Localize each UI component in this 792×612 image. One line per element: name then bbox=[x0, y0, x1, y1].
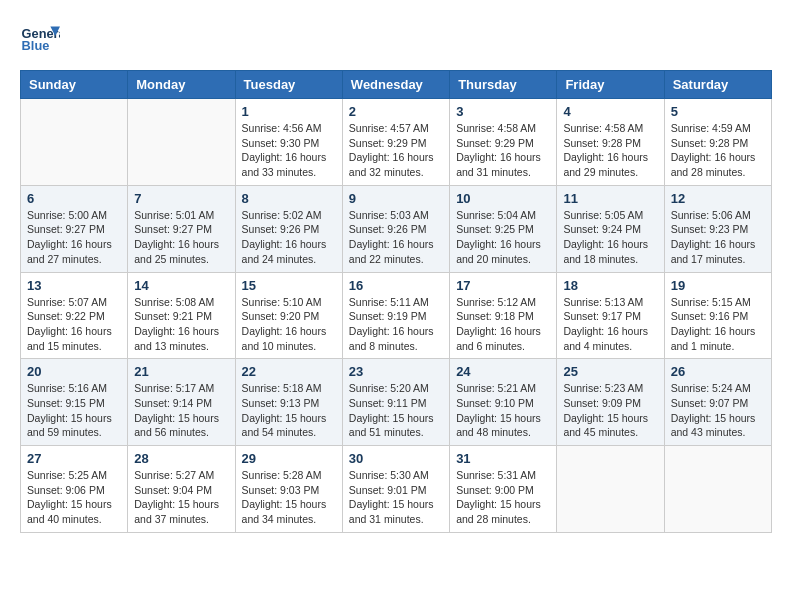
day-info: Sunrise: 4:56 AM Sunset: 9:30 PM Dayligh… bbox=[242, 121, 336, 180]
day-info: Sunrise: 4:58 AM Sunset: 9:28 PM Dayligh… bbox=[563, 121, 657, 180]
day-number: 22 bbox=[242, 364, 336, 379]
weekday-header-sunday: Sunday bbox=[21, 71, 128, 99]
day-info: Sunrise: 5:16 AM Sunset: 9:15 PM Dayligh… bbox=[27, 381, 121, 440]
calendar-day-cell: 29Sunrise: 5:28 AM Sunset: 9:03 PM Dayli… bbox=[235, 446, 342, 533]
day-number: 21 bbox=[134, 364, 228, 379]
weekday-header-monday: Monday bbox=[128, 71, 235, 99]
calendar-day-cell: 17Sunrise: 5:12 AM Sunset: 9:18 PM Dayli… bbox=[450, 272, 557, 359]
calendar-day-cell: 1Sunrise: 4:56 AM Sunset: 9:30 PM Daylig… bbox=[235, 99, 342, 186]
day-info: Sunrise: 5:27 AM Sunset: 9:04 PM Dayligh… bbox=[134, 468, 228, 527]
calendar-day-cell: 15Sunrise: 5:10 AM Sunset: 9:20 PM Dayli… bbox=[235, 272, 342, 359]
weekday-header-saturday: Saturday bbox=[664, 71, 771, 99]
calendar-day-cell: 31Sunrise: 5:31 AM Sunset: 9:00 PM Dayli… bbox=[450, 446, 557, 533]
calendar-day-cell: 22Sunrise: 5:18 AM Sunset: 9:13 PM Dayli… bbox=[235, 359, 342, 446]
calendar-day-cell: 18Sunrise: 5:13 AM Sunset: 9:17 PM Dayli… bbox=[557, 272, 664, 359]
day-number: 27 bbox=[27, 451, 121, 466]
day-number: 31 bbox=[456, 451, 550, 466]
day-info: Sunrise: 5:21 AM Sunset: 9:10 PM Dayligh… bbox=[456, 381, 550, 440]
calendar-day-cell: 23Sunrise: 5:20 AM Sunset: 9:11 PM Dayli… bbox=[342, 359, 449, 446]
svg-text:Blue: Blue bbox=[22, 38, 50, 53]
day-number: 26 bbox=[671, 364, 765, 379]
day-number: 29 bbox=[242, 451, 336, 466]
page-header: General Blue bbox=[20, 20, 772, 60]
calendar-day-cell: 10Sunrise: 5:04 AM Sunset: 9:25 PM Dayli… bbox=[450, 185, 557, 272]
calendar-day-cell bbox=[664, 446, 771, 533]
day-number: 25 bbox=[563, 364, 657, 379]
calendar-day-cell: 14Sunrise: 5:08 AM Sunset: 9:21 PM Dayli… bbox=[128, 272, 235, 359]
day-info: Sunrise: 4:58 AM Sunset: 9:29 PM Dayligh… bbox=[456, 121, 550, 180]
day-info: Sunrise: 5:13 AM Sunset: 9:17 PM Dayligh… bbox=[563, 295, 657, 354]
day-number: 17 bbox=[456, 278, 550, 293]
day-info: Sunrise: 5:17 AM Sunset: 9:14 PM Dayligh… bbox=[134, 381, 228, 440]
day-number: 2 bbox=[349, 104, 443, 119]
weekday-header-row: SundayMondayTuesdayWednesdayThursdayFrid… bbox=[21, 71, 772, 99]
day-info: Sunrise: 5:10 AM Sunset: 9:20 PM Dayligh… bbox=[242, 295, 336, 354]
calendar-day-cell: 6Sunrise: 5:00 AM Sunset: 9:27 PM Daylig… bbox=[21, 185, 128, 272]
calendar-table: SundayMondayTuesdayWednesdayThursdayFrid… bbox=[20, 70, 772, 533]
day-number: 16 bbox=[349, 278, 443, 293]
day-number: 10 bbox=[456, 191, 550, 206]
day-number: 3 bbox=[456, 104, 550, 119]
calendar-week-row: 13Sunrise: 5:07 AM Sunset: 9:22 PM Dayli… bbox=[21, 272, 772, 359]
day-info: Sunrise: 5:28 AM Sunset: 9:03 PM Dayligh… bbox=[242, 468, 336, 527]
day-number: 15 bbox=[242, 278, 336, 293]
day-info: Sunrise: 5:00 AM Sunset: 9:27 PM Dayligh… bbox=[27, 208, 121, 267]
day-number: 20 bbox=[27, 364, 121, 379]
calendar-day-cell: 8Sunrise: 5:02 AM Sunset: 9:26 PM Daylig… bbox=[235, 185, 342, 272]
calendar-week-row: 6Sunrise: 5:00 AM Sunset: 9:27 PM Daylig… bbox=[21, 185, 772, 272]
day-number: 5 bbox=[671, 104, 765, 119]
calendar-day-cell: 30Sunrise: 5:30 AM Sunset: 9:01 PM Dayli… bbox=[342, 446, 449, 533]
calendar-day-cell: 5Sunrise: 4:59 AM Sunset: 9:28 PM Daylig… bbox=[664, 99, 771, 186]
day-number: 23 bbox=[349, 364, 443, 379]
calendar-day-cell: 11Sunrise: 5:05 AM Sunset: 9:24 PM Dayli… bbox=[557, 185, 664, 272]
day-info: Sunrise: 5:23 AM Sunset: 9:09 PM Dayligh… bbox=[563, 381, 657, 440]
day-number: 13 bbox=[27, 278, 121, 293]
day-number: 6 bbox=[27, 191, 121, 206]
day-info: Sunrise: 5:03 AM Sunset: 9:26 PM Dayligh… bbox=[349, 208, 443, 267]
calendar-day-cell: 19Sunrise: 5:15 AM Sunset: 9:16 PM Dayli… bbox=[664, 272, 771, 359]
day-info: Sunrise: 4:57 AM Sunset: 9:29 PM Dayligh… bbox=[349, 121, 443, 180]
calendar-day-cell: 26Sunrise: 5:24 AM Sunset: 9:07 PM Dayli… bbox=[664, 359, 771, 446]
weekday-header-thursday: Thursday bbox=[450, 71, 557, 99]
calendar-week-row: 1Sunrise: 4:56 AM Sunset: 9:30 PM Daylig… bbox=[21, 99, 772, 186]
day-info: Sunrise: 5:30 AM Sunset: 9:01 PM Dayligh… bbox=[349, 468, 443, 527]
day-number: 24 bbox=[456, 364, 550, 379]
calendar-day-cell: 3Sunrise: 4:58 AM Sunset: 9:29 PM Daylig… bbox=[450, 99, 557, 186]
day-number: 7 bbox=[134, 191, 228, 206]
calendar-day-cell: 16Sunrise: 5:11 AM Sunset: 9:19 PM Dayli… bbox=[342, 272, 449, 359]
calendar-day-cell: 28Sunrise: 5:27 AM Sunset: 9:04 PM Dayli… bbox=[128, 446, 235, 533]
logo: General Blue bbox=[20, 20, 60, 60]
day-number: 30 bbox=[349, 451, 443, 466]
logo-icon: General Blue bbox=[20, 20, 60, 60]
calendar-day-cell: 7Sunrise: 5:01 AM Sunset: 9:27 PM Daylig… bbox=[128, 185, 235, 272]
calendar-day-cell bbox=[21, 99, 128, 186]
day-number: 4 bbox=[563, 104, 657, 119]
calendar-day-cell: 24Sunrise: 5:21 AM Sunset: 9:10 PM Dayli… bbox=[450, 359, 557, 446]
day-info: Sunrise: 5:25 AM Sunset: 9:06 PM Dayligh… bbox=[27, 468, 121, 527]
weekday-header-tuesday: Tuesday bbox=[235, 71, 342, 99]
day-info: Sunrise: 5:01 AM Sunset: 9:27 PM Dayligh… bbox=[134, 208, 228, 267]
day-info: Sunrise: 5:11 AM Sunset: 9:19 PM Dayligh… bbox=[349, 295, 443, 354]
day-number: 9 bbox=[349, 191, 443, 206]
day-number: 12 bbox=[671, 191, 765, 206]
day-info: Sunrise: 5:05 AM Sunset: 9:24 PM Dayligh… bbox=[563, 208, 657, 267]
day-info: Sunrise: 5:15 AM Sunset: 9:16 PM Dayligh… bbox=[671, 295, 765, 354]
day-number: 11 bbox=[563, 191, 657, 206]
calendar-day-cell: 20Sunrise: 5:16 AM Sunset: 9:15 PM Dayli… bbox=[21, 359, 128, 446]
day-info: Sunrise: 5:07 AM Sunset: 9:22 PM Dayligh… bbox=[27, 295, 121, 354]
calendar-week-row: 20Sunrise: 5:16 AM Sunset: 9:15 PM Dayli… bbox=[21, 359, 772, 446]
calendar-day-cell: 2Sunrise: 4:57 AM Sunset: 9:29 PM Daylig… bbox=[342, 99, 449, 186]
calendar-day-cell bbox=[557, 446, 664, 533]
calendar-day-cell: 9Sunrise: 5:03 AM Sunset: 9:26 PM Daylig… bbox=[342, 185, 449, 272]
weekday-header-friday: Friday bbox=[557, 71, 664, 99]
day-info: Sunrise: 4:59 AM Sunset: 9:28 PM Dayligh… bbox=[671, 121, 765, 180]
day-number: 8 bbox=[242, 191, 336, 206]
day-number: 19 bbox=[671, 278, 765, 293]
day-number: 28 bbox=[134, 451, 228, 466]
day-info: Sunrise: 5:06 AM Sunset: 9:23 PM Dayligh… bbox=[671, 208, 765, 267]
calendar-week-row: 27Sunrise: 5:25 AM Sunset: 9:06 PM Dayli… bbox=[21, 446, 772, 533]
day-number: 1 bbox=[242, 104, 336, 119]
calendar-day-cell: 12Sunrise: 5:06 AM Sunset: 9:23 PM Dayli… bbox=[664, 185, 771, 272]
day-info: Sunrise: 5:12 AM Sunset: 9:18 PM Dayligh… bbox=[456, 295, 550, 354]
day-info: Sunrise: 5:04 AM Sunset: 9:25 PM Dayligh… bbox=[456, 208, 550, 267]
